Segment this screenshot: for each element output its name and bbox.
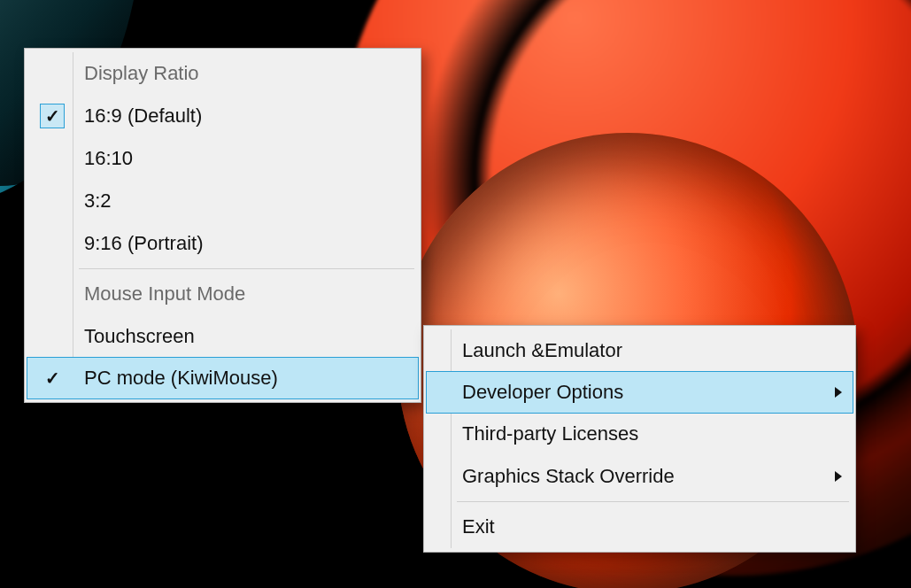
menu-item-ratio-9-16[interactable]: 9:16 (Portrait) bbox=[27, 222, 418, 265]
context-menu-main: Launch &Emulator Developer Options Third… bbox=[423, 325, 856, 553]
menu-header-label: Display Ratio bbox=[84, 62, 199, 85]
chevron-right-icon bbox=[835, 387, 842, 398]
chevron-right-icon bbox=[835, 471, 842, 482]
menu-header-display-ratio: Display Ratio bbox=[27, 52, 418, 95]
menu-item-ratio-16-9[interactable]: ✓ 16:9 (Default) bbox=[27, 95, 418, 137]
menu-item-label: Exit bbox=[462, 515, 495, 538]
menu-item-label: Third-party Licenses bbox=[462, 422, 638, 445]
menu-item-label: 3:2 bbox=[84, 190, 112, 213]
menu-item-label: Graphics Stack Override bbox=[462, 465, 675, 488]
menu-item-label: Launch &Emulator bbox=[462, 339, 622, 362]
menu-item-launch-emulator[interactable]: Launch &Emulator bbox=[427, 329, 853, 372]
menu-item-ratio-16-10[interactable]: 16:10 bbox=[27, 137, 418, 180]
menu-separator bbox=[457, 501, 849, 502]
menu-item-developer-options[interactable]: Developer Options bbox=[426, 371, 853, 414]
menu-item-label: 9:16 (Portrait) bbox=[84, 232, 204, 255]
menu-item-touchscreen[interactable]: Touchscreen bbox=[27, 315, 418, 358]
menu-item-exit[interactable]: Exit bbox=[427, 506, 853, 548]
menu-item-label: 16:10 bbox=[84, 147, 133, 170]
menu-header-label: Mouse Input Mode bbox=[84, 282, 245, 306]
menu-separator bbox=[79, 268, 414, 269]
menu-item-label: Touchscreen bbox=[84, 325, 195, 348]
menu-item-pc-mode[interactable]: ✓ PC mode (KiwiMouse) bbox=[27, 357, 419, 399]
menu-item-label: Developer Options bbox=[462, 381, 623, 404]
context-menu-developer-options: Display Ratio ✓ 16:9 (Default) 16:10 3:2… bbox=[24, 48, 421, 403]
menu-item-ratio-3-2[interactable]: 3:2 bbox=[27, 180, 418, 222]
check-icon: ✓ bbox=[40, 366, 65, 391]
menu-item-graphics-stack-override[interactable]: Graphics Stack Override bbox=[427, 455, 853, 498]
menu-item-third-party-licenses[interactable]: Third-party Licenses bbox=[427, 413, 853, 455]
menu-item-label: PC mode (KiwiMouse) bbox=[84, 367, 278, 390]
menu-item-label: 16:9 (Default) bbox=[84, 104, 202, 128]
check-icon: ✓ bbox=[40, 104, 65, 128]
menu-header-mouse-input: Mouse Input Mode bbox=[27, 273, 418, 315]
